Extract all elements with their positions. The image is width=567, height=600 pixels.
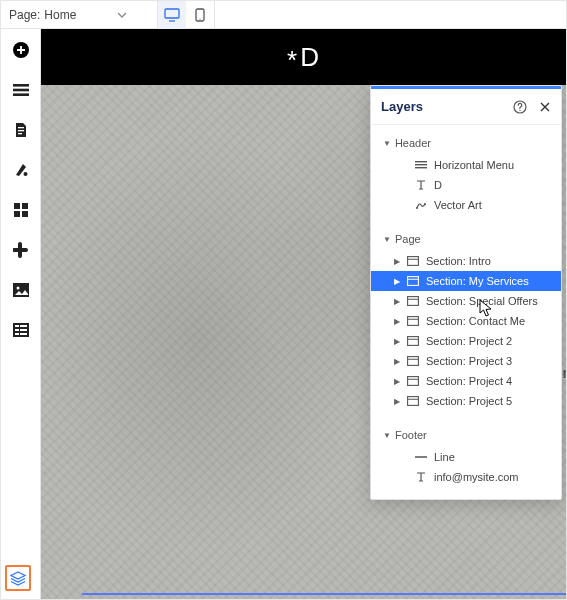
layers-panel: Layers ▼Header▶Horizontal Menu▶D▶Vector … bbox=[370, 85, 562, 500]
section-icon bbox=[406, 336, 420, 346]
page-selector[interactable]: Page: Home bbox=[3, 1, 133, 29]
caret-right-icon: ▶ bbox=[393, 397, 400, 406]
data-icon[interactable] bbox=[12, 321, 30, 339]
add-icon[interactable] bbox=[12, 41, 30, 59]
svg-rect-13 bbox=[14, 211, 20, 217]
line-icon bbox=[414, 455, 428, 459]
tree-item-label: Section: Intro bbox=[426, 255, 491, 267]
theme-icon[interactable] bbox=[12, 161, 30, 179]
tree-group-label: Page bbox=[395, 233, 421, 245]
tree-group-label: Header bbox=[395, 137, 431, 149]
svg-rect-41 bbox=[408, 357, 419, 366]
mobile-view-button[interactable] bbox=[186, 1, 214, 29]
svg-rect-11 bbox=[14, 203, 20, 209]
section-icon bbox=[406, 356, 420, 366]
apps-icon[interactable] bbox=[12, 201, 30, 219]
tree-item-label: D bbox=[434, 179, 442, 191]
tree-item-label: Line bbox=[434, 451, 455, 463]
svg-rect-23 bbox=[20, 333, 27, 335]
caret-down-icon: ▼ bbox=[383, 235, 391, 244]
tree-item[interactable]: ▶Line bbox=[371, 447, 561, 467]
svg-rect-0 bbox=[165, 9, 179, 18]
tree-item-label: Section: Project 4 bbox=[426, 375, 512, 387]
tree-section-item[interactable]: ▶Section: Project 2 bbox=[371, 331, 561, 351]
svg-rect-27 bbox=[415, 164, 427, 165]
svg-rect-37 bbox=[408, 317, 419, 326]
tree-item-label: info@mysite.com bbox=[434, 471, 519, 483]
section-icon bbox=[406, 296, 420, 306]
svg-point-16 bbox=[16, 287, 19, 290]
caret-right-icon: ▶ bbox=[393, 297, 400, 306]
svg-rect-19 bbox=[20, 325, 27, 327]
help-icon[interactable] bbox=[513, 100, 527, 114]
tree-section-item[interactable]: ▶Section: Special Offers bbox=[371, 291, 561, 311]
section-icon bbox=[406, 316, 420, 326]
close-icon[interactable] bbox=[539, 101, 551, 113]
caret-right-icon: ▶ bbox=[393, 317, 400, 326]
caret-right-icon: ▶ bbox=[393, 257, 400, 266]
tree-group-footer[interactable]: ▼Footer bbox=[371, 423, 561, 447]
tree-group-page[interactable]: ▼Page bbox=[371, 227, 561, 251]
text-icon bbox=[414, 179, 428, 191]
sections-icon[interactable] bbox=[12, 81, 30, 99]
tree-section-item[interactable]: ▶Section: Project 4 bbox=[371, 371, 561, 391]
tree-item-label: Vector Art bbox=[434, 199, 482, 211]
panel-title: Layers bbox=[381, 99, 423, 114]
page-selector-value: Home bbox=[44, 8, 76, 22]
tree-section-item[interactable]: ▶Section: Project 3 bbox=[371, 351, 561, 371]
section-icon bbox=[406, 396, 420, 406]
main-area: *D Gr Layers ▼Header▶Ho bbox=[1, 29, 566, 599]
text-icon bbox=[414, 471, 428, 483]
svg-point-30 bbox=[424, 203, 426, 205]
svg-rect-33 bbox=[408, 277, 419, 286]
tree-item-label: Section: Contact Me bbox=[426, 315, 525, 327]
tree-item-label: Section: My Services bbox=[426, 275, 529, 287]
tree-group-header[interactable]: ▼Header bbox=[371, 131, 561, 155]
plugins-icon[interactable] bbox=[12, 241, 30, 259]
device-toggle bbox=[157, 1, 215, 29]
menu-icon bbox=[414, 161, 428, 169]
svg-rect-9 bbox=[18, 133, 22, 134]
svg-rect-4 bbox=[13, 84, 29, 87]
svg-rect-5 bbox=[13, 89, 29, 92]
svg-rect-6 bbox=[13, 93, 29, 96]
canvas-site-header: *D bbox=[41, 29, 566, 85]
tree-item-label: Horizontal Menu bbox=[434, 159, 514, 171]
svg-rect-39 bbox=[408, 337, 419, 346]
panel-header: Layers bbox=[371, 89, 561, 125]
svg-rect-35 bbox=[408, 297, 419, 306]
svg-rect-12 bbox=[22, 203, 28, 209]
tree-item-label: Section: Project 3 bbox=[426, 355, 512, 367]
left-rail bbox=[1, 29, 41, 599]
caret-right-icon: ▶ bbox=[393, 357, 400, 366]
page-icon[interactable] bbox=[12, 121, 30, 139]
media-icon[interactable] bbox=[12, 281, 30, 299]
tree-section-item[interactable]: ▶Section: Intro bbox=[371, 251, 561, 271]
layers-toggle-button[interactable] bbox=[5, 565, 31, 591]
tree-item-label: Section: Project 5 bbox=[426, 395, 512, 407]
svg-point-2 bbox=[199, 18, 200, 19]
desktop-view-button[interactable] bbox=[158, 1, 186, 29]
svg-rect-31 bbox=[408, 257, 419, 266]
vector-icon bbox=[414, 199, 428, 211]
tree-section-item[interactable]: ▶Section: Contact Me bbox=[371, 311, 561, 331]
svg-point-29 bbox=[416, 207, 418, 209]
svg-rect-8 bbox=[18, 130, 24, 131]
canvas[interactable]: *D Gr Layers ▼Header▶Ho bbox=[41, 29, 566, 599]
tree-item[interactable]: ▶info@mysite.com bbox=[371, 467, 561, 487]
panel-body[interactable]: ▼Header▶Horizontal Menu▶D▶Vector Art▼Pag… bbox=[371, 125, 561, 499]
tree-section-item[interactable]: ▶Section: Project 5 bbox=[371, 391, 561, 411]
tree-item[interactable]: ▶Horizontal Menu bbox=[371, 155, 561, 175]
caret-right-icon: ▶ bbox=[393, 337, 400, 346]
tree-section-item[interactable]: ▶Section: My Services bbox=[371, 271, 561, 291]
svg-rect-18 bbox=[15, 325, 19, 327]
svg-rect-7 bbox=[18, 127, 24, 128]
svg-rect-20 bbox=[15, 329, 19, 331]
selection-indicator bbox=[82, 593, 566, 595]
tree-item[interactable]: ▶Vector Art bbox=[371, 195, 561, 215]
svg-rect-28 bbox=[415, 167, 427, 168]
topbar: Page: Home bbox=[1, 1, 566, 29]
page-selector-prefix: Page: bbox=[9, 8, 40, 22]
svg-rect-22 bbox=[15, 333, 19, 335]
tree-item[interactable]: ▶D bbox=[371, 175, 561, 195]
